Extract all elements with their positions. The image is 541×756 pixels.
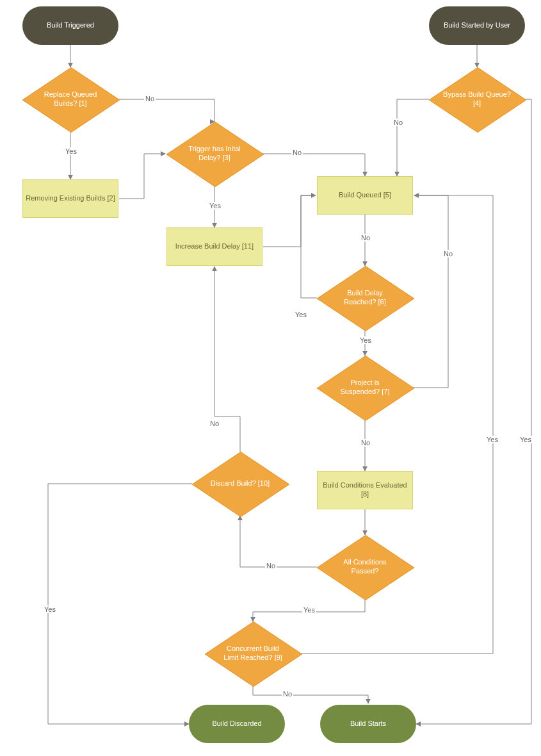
- node-label: Trigger has Inital Delay? [3]: [181, 145, 248, 163]
- decision-discard-build: Discard Build? [10]: [192, 452, 288, 516]
- node-label: All Conditions Passed?: [331, 558, 399, 576]
- process-conditions-evaluated: Build Conditions Evaluated [8]: [317, 471, 413, 509]
- end-build-discarded: Build Discarded: [189, 705, 285, 743]
- node-label: Project is Suspended? [7]: [331, 379, 399, 397]
- process-increase-delay: Increase Build Delay [11]: [166, 227, 262, 266]
- edge-label: Yes: [43, 605, 57, 613]
- node-label: Bypass Build Queue? [4]: [443, 90, 511, 108]
- node-label: Replace Queued Builds? [1]: [36, 90, 104, 108]
- node-label: Concurrent Build Limit Reached? [9]: [219, 645, 287, 662]
- edge-label: No: [360, 234, 371, 242]
- edge-label: Yes: [359, 336, 373, 344]
- edge-label: No: [360, 439, 371, 447]
- node-label: Build Delay Reached? [6]: [331, 289, 399, 307]
- edge-label: Yes: [302, 606, 316, 614]
- decision-delay-reached: Build Delay Reached? [6]: [317, 266, 413, 330]
- process-remove-existing: Removing Existing Builds [2]: [22, 179, 118, 218]
- node-label: Build Queued [5]: [339, 191, 391, 200]
- edge-label: No: [291, 149, 303, 156]
- decision-replace-queued: Replace Queued Builds? [1]: [22, 67, 118, 131]
- edge-label: Yes: [294, 311, 308, 318]
- edge-label: No: [442, 250, 454, 258]
- edge-label: No: [144, 95, 156, 103]
- end-build-starts: Build Starts: [320, 705, 416, 743]
- edge-label: No: [392, 119, 404, 126]
- node-label: Build Discarded: [212, 719, 261, 728]
- decision-bypass-queue: Bypass Build Queue? [4]: [429, 67, 525, 131]
- node-label: Build Starts: [350, 719, 386, 728]
- node-label: Build Conditions Evaluated [8]: [320, 481, 410, 499]
- process-build-queued: Build Queued [5]: [317, 176, 413, 215]
- edge-label: No: [282, 690, 293, 698]
- decision-project-suspended: Project is Suspended? [7]: [317, 356, 413, 420]
- edge-label: Yes: [519, 436, 533, 443]
- decision-all-conditions: All Conditions Passed?: [317, 535, 413, 599]
- node-label: Build Started by User: [444, 21, 510, 30]
- start-build-triggered: Build Triggered: [22, 6, 118, 45]
- edge-label: No: [265, 562, 277, 570]
- decision-concurrent-limit: Concurrent Build Limit Reached? [9]: [205, 621, 301, 686]
- node-label: Build Triggered: [47, 21, 94, 30]
- edge-label: Yes: [485, 436, 499, 443]
- decision-initial-delay: Trigger has Inital Delay? [3]: [166, 122, 262, 186]
- edge-label: Yes: [64, 147, 78, 155]
- start-build-user: Build Started by User: [429, 6, 525, 45]
- node-label: Increase Build Delay [11]: [175, 242, 254, 251]
- node-label: Removing Existing Builds [2]: [26, 194, 115, 203]
- edge-label: No: [209, 420, 220, 427]
- node-label: Discard Build? [10]: [211, 479, 270, 488]
- edge-label: Yes: [208, 202, 222, 210]
